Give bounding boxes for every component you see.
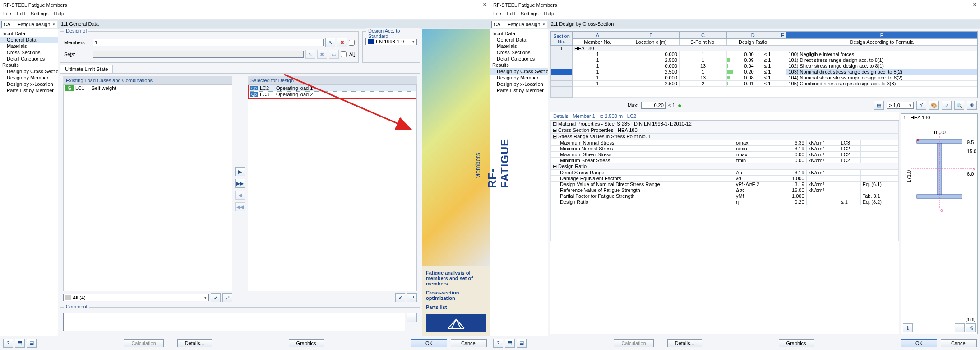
nav-design-member[interactable]: Design by Member — [0, 75, 58, 81]
menu-help[interactable]: Help — [544, 11, 554, 18]
cancel-button-r[interactable]: Cancel — [941, 339, 977, 347]
members-input[interactable] — [93, 39, 324, 46]
d-srv[interactable]: ⊟ Stress Range Values in Stress Point No… — [551, 134, 899, 140]
add-one-icon[interactable]: ▶ — [235, 167, 245, 176]
close-icon[interactable]: ✕ — [973, 2, 977, 8]
sets-input[interactable] — [93, 51, 304, 58]
menu-file[interactable]: File — [3, 11, 11, 18]
help-icon[interactable]: ? — [493, 339, 503, 348]
details-button[interactable]: Details... — [177, 339, 212, 347]
nav-cs-r[interactable]: Cross-Sections — [490, 49, 548, 56]
section-canvas[interactable]: 180.0 171.0 9.5 15.0 6.0 y α — [901, 121, 977, 317]
lc1-row[interactable]: G LC1 Self-weight — [64, 85, 232, 91]
help-icon[interactable]: ? — [3, 339, 13, 348]
col-ratio[interactable]: Design Ratio — [727, 39, 779, 46]
nav-design-x-r[interactable]: Design by x-Location — [490, 81, 548, 87]
nav-input-r[interactable]: Input Data — [490, 30, 548, 37]
export-icon[interactable]: ⬓ — [27, 339, 37, 348]
units-icon[interactable]: ⬒ — [505, 339, 515, 348]
viewer-info-icon[interactable]: ℹ — [903, 323, 913, 332]
ok-button-r[interactable]: OK — [901, 339, 937, 347]
nav-results[interactable]: Results — [0, 62, 58, 68]
graphics-button-r[interactable]: Graphics — [779, 339, 814, 347]
nav-parts-list-r[interactable]: Parts List by Member — [490, 87, 548, 93]
case-combo[interactable]: CA1 - Fatigue design▾ — [1, 21, 57, 28]
filter-combo[interactable]: All (4) ▾ — [63, 294, 209, 301]
delete-members-icon[interactable]: ✖ — [337, 38, 347, 47]
col-E[interactable]: E — [779, 32, 786, 39]
d-dr[interactable]: ⊟ Design Ratio — [551, 163, 899, 170]
close-icon[interactable]: ✕ — [483, 2, 487, 8]
col-F[interactable]: F — [786, 32, 977, 39]
calculation-button[interactable]: Calculation — [124, 339, 163, 347]
filter-transfer-icon[interactable]: ⇄ — [222, 293, 232, 302]
nav-results-r[interactable]: Results — [490, 62, 548, 68]
export-icon[interactable]: ⬓ — [517, 339, 527, 348]
result-row[interactable]: 1 2.500 2 0.01 ≤ 1 105) Combined stress … — [551, 81, 977, 87]
viewer-print-icon[interactable]: 🖨 — [966, 323, 976, 332]
filter-apply-icon[interactable]: ✔ — [211, 293, 221, 302]
details-table[interactable]: ⊞ Material Properties - Steel S 235 | DI… — [550, 121, 899, 241]
menu-edit[interactable]: Edit — [507, 11, 515, 18]
view-mode-icon[interactable]: ▤ — [874, 101, 884, 110]
sets-all-checkbox[interactable] — [341, 51, 347, 57]
result-row[interactable]: 1 0.000 13 0.08 ≤ 1 104) Nominal shear s… — [551, 75, 977, 81]
lc2-row[interactable]: Qp LC2 Operating load 1 — [248, 85, 416, 91]
result-row[interactable]: 1 0.000 13 0.04 ≤ 1 102) Shear stress ra… — [551, 63, 977, 69]
comment-input[interactable] — [63, 313, 405, 331]
nav-general-data[interactable]: General Data — [0, 37, 58, 43]
color-icon[interactable]: 🎨 — [929, 101, 939, 110]
d-csp[interactable]: ⊞ Cross-Section Properties - HEA 180 — [551, 127, 899, 134]
ratio-filter-combo[interactable]: > 1,0▾ — [887, 102, 914, 109]
standard-combo[interactable]: EN 1993-1-9 ▾ — [365, 38, 417, 45]
results-grid[interactable]: Section No. A B C D E F Member No. Locat… — [550, 31, 978, 98]
viewer-zoom-icon[interactable]: ⛶ — [955, 323, 965, 332]
nav-parts-list[interactable]: Parts List by Member — [0, 87, 58, 93]
col-D[interactable]: D — [727, 32, 779, 39]
lc3-row[interactable]: Qp LC3 Operating load 2 — [248, 91, 416, 98]
result-row[interactable]: 1 2.500 1 0.09 ≤ 1 101) Direct stress ra… — [551, 57, 977, 63]
calculation-button-r[interactable]: Calculation — [614, 339, 653, 347]
nav-cross-sections[interactable]: Cross-Sections — [0, 49, 58, 56]
nav-general-r[interactable]: General Data — [490, 37, 548, 43]
col-C[interactable]: C — [679, 32, 726, 39]
col-member[interactable]: Member No. — [573, 39, 623, 46]
jump-icon[interactable]: ↗ — [942, 101, 952, 110]
nav-tree[interactable]: Input Data General Data Materials Cross-… — [0, 29, 58, 336]
ok-button[interactable]: OK — [411, 339, 447, 347]
nav-materials[interactable]: Materials — [0, 43, 58, 49]
result-row[interactable]: 1 2.500 1 0.20 ≤ 1 103) Nominal direct s… — [551, 69, 977, 75]
nav-design-x[interactable]: Design by x-Location — [0, 81, 58, 87]
find-icon[interactable]: 🔍 — [954, 101, 964, 110]
menu-help[interactable]: Help — [54, 11, 64, 18]
d-mat[interactable]: ⊞ Material Properties - Steel S 235 | DI… — [551, 121, 899, 127]
nav-design-cs[interactable]: Design by Cross-Section — [0, 68, 58, 75]
existing-list[interactable]: G LC1 Self-weight — [63, 84, 232, 291]
menu-file[interactable]: File — [493, 11, 501, 18]
nav-materials-r[interactable]: Materials — [490, 43, 548, 49]
col-location[interactable]: Location x [m] — [623, 39, 680, 46]
filter-ratio-icon[interactable]: Y — [916, 101, 926, 110]
cancel-button[interactable]: Cancel — [451, 339, 487, 347]
case-combo-r[interactable]: CA1 - Fatigue design▾ — [491, 21, 547, 28]
nav-detail-r[interactable]: Detail Categories — [490, 56, 548, 62]
eye-icon[interactable]: 👁 — [967, 101, 977, 110]
comment-pick-icon[interactable]: ⋯ — [407, 313, 417, 322]
col-section-no[interactable]: Section No. — [551, 32, 573, 46]
tab-uls[interactable]: Ultimate Limit State — [60, 65, 113, 73]
members-all-checkbox[interactable] — [349, 40, 355, 46]
selected-transfer-icon[interactable]: ⇄ — [407, 293, 417, 302]
add-all-icon[interactable]: ▶▶ — [235, 179, 245, 188]
pick-members-icon[interactable]: ↖ — [325, 38, 335, 47]
col-spoint[interactable]: S-Point No. — [679, 39, 726, 46]
col-B[interactable]: B — [623, 32, 680, 39]
result-row[interactable]: 1 0.000 1 0.00 ≤ 1 100) Negligible inter… — [551, 51, 977, 57]
details-button-r[interactable]: Details... — [667, 339, 702, 347]
nav-input[interactable]: Input Data — [0, 30, 58, 37]
menu-settings[interactable]: Settings — [31, 11, 49, 18]
nav-detail-categories[interactable]: Detail Categories — [0, 56, 58, 62]
units-icon[interactable]: ⬒ — [15, 339, 25, 348]
menu-settings[interactable]: Settings — [521, 11, 539, 18]
menu-edit[interactable]: Edit — [17, 11, 25, 18]
selected-apply-icon[interactable]: ✔ — [395, 293, 405, 302]
